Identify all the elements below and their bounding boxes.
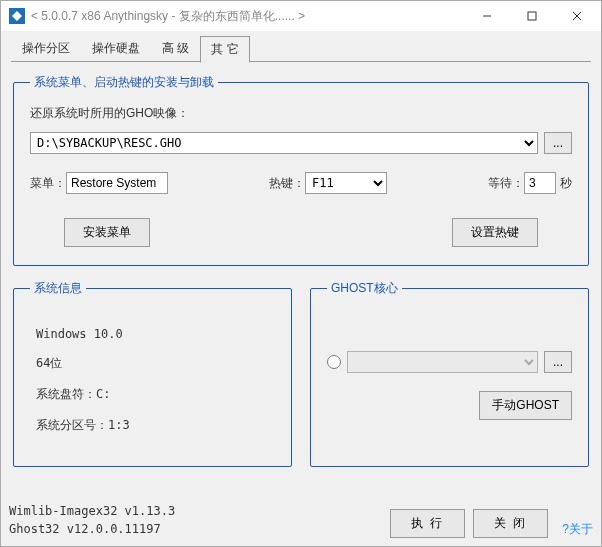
ver-wimlib: Wimlib-Imagex32 v1.13.3	[9, 502, 382, 520]
sysinfo-bits: 64位	[36, 355, 275, 372]
svg-marker-0	[12, 11, 22, 21]
gho-browse-button[interactable]: ...	[544, 132, 572, 154]
gho-label: 还原系统时所用的GHO映像：	[30, 105, 189, 122]
footer: Wimlib-Imagex32 v1.13.3 Ghost32 v12.0.0.…	[1, 496, 601, 546]
close-button[interactable]	[554, 2, 599, 30]
titlebar-text: < 5.0.0.7 x86 Anythingsky - 复杂的东西简单化....…	[31, 8, 464, 25]
set-hotkey-button[interactable]: 设置热键	[452, 218, 538, 247]
tab-advanced[interactable]: 高 级	[151, 35, 200, 62]
group-sysmenu: 系统菜单、启动热键的安装与卸载 还原系统时所用的GHO映像： D:\SYBACK…	[13, 74, 589, 266]
app-icon	[9, 8, 25, 24]
lower-row: 系统信息 Windows 10.0 64位 系统盘符：C: 系统分区号：1:3 …	[11, 276, 591, 477]
hotkey-label: 热键：	[269, 175, 305, 192]
close-app-button[interactable]: 关 闭	[473, 509, 548, 538]
install-menu-button[interactable]: 安装菜单	[64, 218, 150, 247]
minimize-button[interactable]	[464, 2, 509, 30]
svg-rect-2	[528, 12, 536, 20]
footer-versions: Wimlib-Imagex32 v1.13.3 Ghost32 v12.0.0.…	[9, 502, 382, 538]
menu-input[interactable]	[66, 172, 168, 194]
window-controls	[464, 2, 599, 30]
manual-ghost-button[interactable]: 手动GHOST	[479, 391, 572, 420]
gho-select[interactable]: D:\SYBACKUP\RESC.GHO	[30, 132, 538, 154]
group-sysinfo-legend: 系统信息	[30, 280, 86, 297]
menu-label: 菜单：	[30, 175, 66, 192]
maximize-button[interactable]	[509, 2, 554, 30]
group-sysmenu-legend: 系统菜单、启动热键的安装与卸载	[30, 74, 218, 91]
wait-unit: 秒	[560, 175, 572, 192]
wait-label: 等待：	[488, 175, 524, 192]
tab-disk[interactable]: 操作硬盘	[81, 35, 151, 62]
ghost-select[interactable]	[347, 351, 538, 373]
tab-partition[interactable]: 操作分区	[11, 35, 81, 62]
group-ghostcore: GHOST核心 ... 手动GHOST	[310, 280, 589, 467]
sysinfo-partition: 系统分区号：1:3	[36, 417, 275, 434]
wait-input[interactable]	[524, 172, 556, 194]
ver-ghost32: Ghost32 v12.0.0.11197	[9, 520, 382, 538]
content-area: 操作分区 操作硬盘 高 级 其 它 系统菜单、启动热键的安装与卸载 还原系统时所…	[1, 31, 601, 496]
titlebar: < 5.0.0.7 x86 Anythingsky - 复杂的东西简单化....…	[1, 1, 601, 31]
execute-button[interactable]: 执 行	[390, 509, 465, 538]
group-sysinfo: 系统信息 Windows 10.0 64位 系统盘符：C: 系统分区号：1:3	[13, 280, 292, 467]
app-window: < 5.0.0.7 x86 Anythingsky - 复杂的东西简单化....…	[0, 0, 602, 547]
ghost-radio[interactable]	[327, 355, 341, 369]
about-link[interactable]: ?关于	[562, 521, 593, 538]
hotkey-select[interactable]: F11	[305, 172, 387, 194]
sysinfo-drive: 系统盘符：C:	[36, 386, 275, 403]
tab-pane-other: 系统菜单、启动热键的安装与卸载 还原系统时所用的GHO映像： D:\SYBACK…	[11, 61, 591, 486]
tab-strip: 操作分区 操作硬盘 高 级 其 它	[11, 35, 591, 62]
ghost-browse-button[interactable]: ...	[544, 351, 572, 373]
group-ghostcore-legend: GHOST核心	[327, 280, 402, 297]
sysinfo-os: Windows 10.0	[36, 327, 275, 341]
tab-other[interactable]: 其 它	[200, 36, 249, 63]
